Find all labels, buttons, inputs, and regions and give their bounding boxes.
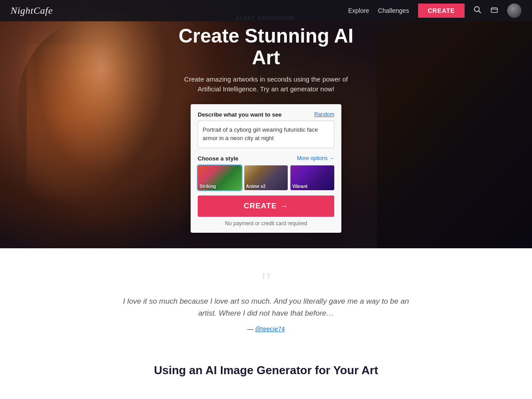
prompt-textarea[interactable] — [198, 121, 334, 148]
user-avatar[interactable] — [507, 4, 521, 18]
style-label-row: Choose a style More options → — [198, 155, 334, 162]
search-icon[interactable] — [473, 6, 481, 16]
hero-hair-overlay — [377, 0, 532, 248]
nav-link-challenges[interactable]: Challenges — [378, 7, 409, 14]
hero-title: Create Stunning AI Art — [177, 25, 355, 68]
hero-content: AI ART GENERATOR: Create Stunning AI Art… — [177, 16, 355, 233]
more-options-link[interactable]: More options → — [297, 155, 334, 161]
style-label: Choose a style — [198, 155, 239, 162]
random-button[interactable]: Random — [314, 111, 334, 117]
ai-image-section: Using an AI Image Generator for Your Art — [0, 350, 532, 382]
art-generator-form: Describe what you want to see Random Cho… — [191, 104, 341, 233]
prompt-label-row: Describe what you want to see Random — [198, 111, 334, 118]
hero-description: Create amazing artworks in seconds using… — [177, 74, 355, 94]
nav-create-button[interactable]: CREATE — [418, 4, 465, 18]
style-option-anime[interactable]: Anime v2 — [244, 165, 288, 190]
svg-rect-2 — [491, 8, 497, 12]
style-options-row: Striking Anime v2 Vibrant — [198, 165, 334, 190]
testimonial-author-link[interactable]: @teecie74 — [255, 325, 285, 332]
section-title: Using an AI Image Generator for Your Art — [0, 364, 532, 377]
no-payment-text: No payment or credit card required — [198, 220, 334, 227]
site-logo[interactable]: NightCafe — [11, 5, 53, 16]
nav-link-explore[interactable]: Explore — [348, 7, 369, 14]
nav-right: Explore Challenges CREATE — [348, 4, 521, 18]
navbar: NightCafe Explore Challenges CREATE — [0, 0, 532, 21]
hero-section: AI ART GENERATOR: Create Stunning AI Art… — [0, 0, 532, 248]
create-button[interactable]: CREATE → — [198, 196, 334, 217]
style-option-vibrant[interactable]: Vibrant — [290, 165, 334, 190]
notification-icon[interactable] — [490, 6, 498, 16]
testimonial-section: " I love it so much because I love art s… — [0, 248, 532, 350]
testimonial-quote: I love it so much because I love art so … — [115, 295, 417, 319]
quote-icon: " — [261, 275, 272, 288]
testimonial-author: — @teecie74 — [247, 325, 285, 332]
style-option-striking[interactable]: Striking — [198, 165, 242, 190]
prompt-label: Describe what you want to see — [198, 111, 282, 118]
svg-line-1 — [479, 11, 481, 13]
